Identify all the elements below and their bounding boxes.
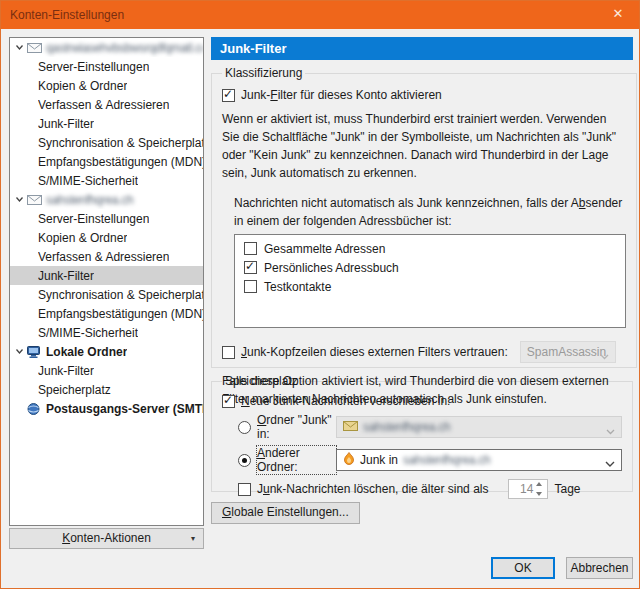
close-icon[interactable]: ✕: [597, 1, 639, 29]
spinner-arrows-icon[interactable]: [536, 482, 545, 496]
sidebar-item-label: Speicherplatz: [38, 383, 111, 397]
chevron-down-icon: [600, 349, 609, 363]
sidebar-item-5-synchronisation-speicherplatz[interactable]: Synchronisation & Speicherplatz: [10, 133, 203, 152]
mail-icon: [27, 193, 43, 206]
addressbook-row-pers-nliches-adressbuch[interactable]: Persönliches Adressbuch: [235, 258, 625, 277]
addressbook-checkbox[interactable]: [244, 280, 257, 293]
sidebar-item-label: Verfassen & Adressieren: [38, 98, 169, 112]
sidebar-item-label: sahstenfhqrea.ch: [46, 193, 133, 207]
panel-title: Junk-Filter: [211, 37, 633, 60]
sidebar-item-19-postausgangs-server-smtp[interactable]: Postausgangs-Server (SMTP): [10, 399, 203, 418]
spam-filter-select: SpamAssassin: [520, 341, 616, 363]
sidebar-item-18-speicherplatz[interactable]: Speicherplatz: [10, 380, 203, 399]
junk-folder-radio[interactable]: [238, 421, 251, 434]
trust-headers-label[interactable]: Junk-Kopfzeilen dieses externen Filters …: [241, 345, 508, 359]
storage-legend: Speicherplatz: [222, 374, 301, 388]
account-settings-dialog: Konten-Einstellungen ✕ qastrwiasehvbsbws…: [0, 0, 640, 589]
sidebar-item-2-kopien-ordner[interactable]: Kopien & Ordner: [10, 76, 203, 95]
chevron-expanded-icon[interactable]: [14, 194, 25, 205]
chevron-down-icon: [605, 457, 615, 471]
sidebar-item-label: Empfangsbestätigungen (MDN): [38, 155, 203, 169]
sidebar-item-label: Lokale Ordner: [46, 345, 127, 359]
junk-filter-panel: Junk-Filter Klassifizierung Junk-Filter …: [211, 37, 633, 524]
sidebar-item-label: Server-Einstellungen: [38, 60, 149, 74]
sidebar-item-12-junk-filter[interactable]: Junk-Filter: [10, 266, 203, 285]
sidebar-item-9-server-einstellungen[interactable]: Server-Einstellungen: [10, 209, 203, 228]
sidebar-item-15-s-mime-sicherheit[interactable]: S/MIME-Sicherheit: [10, 323, 203, 342]
sidebar-item-11-verfassen-adressieren[interactable]: Verfassen & Adressieren: [10, 247, 203, 266]
account-mail-icon: [343, 420, 358, 434]
sidebar-item-17-junk-filter[interactable]: Junk-Filter: [10, 361, 203, 380]
sidebar-item-label: Kopien & Ordner: [38, 231, 127, 245]
classification-legend: Klassifizierung: [222, 66, 305, 80]
other-folder-radio[interactable]: [238, 454, 251, 467]
sidebar-item-label: Server-Einstellungen: [38, 212, 149, 226]
sidebar-item-1-server-einstellungen[interactable]: Server-Einstellungen: [10, 57, 203, 76]
ok-button[interactable]: OK: [491, 557, 555, 579]
mail-icon: [27, 41, 43, 54]
sidebar-item-14-empfangsbest-tigungen-mdn[interactable]: Empfangsbestätigungen (MDN): [10, 304, 203, 323]
addressbook-listbox[interactable]: Gesammelte AdressenPersönliches Adressbu…: [234, 234, 626, 328]
addressbook-label[interactable]: Testkontakte: [264, 280, 331, 294]
sidebar-item-4-junk-filter[interactable]: Junk-Filter: [10, 114, 203, 133]
spam-filter-value: SpamAssassin: [527, 345, 606, 359]
junk-folder-radio-label[interactable]: Ordner "Junk" in:: [257, 413, 336, 441]
sidebar-item-label: Junk-Filter: [38, 269, 94, 283]
sidebar-item-label: S/MIME-Sicherheit: [38, 326, 138, 340]
sidebar-item-label: Postausgangs-Server (SMTP): [46, 402, 203, 416]
addressbook-checkbox[interactable]: [244, 242, 257, 255]
sidebar-item-16-lokale-ordner[interactable]: Lokale Ordner: [10, 342, 203, 361]
addressbook-row-gesammelte-adressen[interactable]: Gesammelte Adressen: [235, 239, 625, 258]
junk-flame-icon: [343, 452, 355, 468]
other-folder-select[interactable]: Junk in sahstenfhqrea.ch: [336, 449, 622, 471]
addressbook-label[interactable]: Gesammelte Adressen: [264, 242, 385, 256]
enable-junk-label[interactable]: Junk-Filter für dieses Konto aktivieren: [241, 88, 442, 102]
sidebar-item-label: Verfassen & Adressieren: [38, 250, 169, 264]
delete-days-unit: Tage: [554, 482, 580, 496]
account-actions-button[interactable]: Konten-Aktionen ▾: [9, 528, 204, 549]
sidebar-item-3-verfassen-adressieren[interactable]: Verfassen & Adressieren: [10, 95, 203, 114]
sidebar-item-6-empfangsbest-tigungen-mdn[interactable]: Empfangsbestätigungen (MDN): [10, 152, 203, 171]
sidebar-item-7-s-mime-sicherheit[interactable]: S/MIME-Sicherheit: [10, 171, 203, 190]
addressbook-label[interactable]: Persönliches Adressbuch: [264, 261, 399, 275]
whitelist-text: Nachrichten nicht automatisch als Junk k…: [234, 194, 626, 230]
global-settings-button[interactable]: Globale Einstellungen...: [211, 502, 360, 524]
sidebar-item-10-kopien-ordner[interactable]: Kopien & Ordner: [10, 228, 203, 247]
sidebar-item-8-sahstenfhqrea-ch[interactable]: sahstenfhqrea.ch: [10, 190, 203, 209]
sidebar-item-label: Junk-Filter: [38, 364, 94, 378]
trust-headers-checkbox[interactable]: [222, 346, 235, 359]
other-folder-radio-label[interactable]: Anderer Ordner:: [257, 446, 336, 474]
addressbook-checkbox[interactable]: [244, 261, 257, 274]
move-junk-label[interactable]: Neue Junk-Nachrichten verschieben in:: [241, 394, 450, 408]
enable-junk-checkbox[interactable]: [222, 89, 235, 102]
account-tree[interactable]: qastrwiasehvbsbwsrqdfqmatl.comServer-Ein…: [9, 37, 204, 526]
local-folders-icon: [27, 345, 43, 358]
sidebar-item-label: S/MIME-Sicherheit: [38, 174, 138, 188]
cancel-button[interactable]: Abbrechen: [566, 557, 633, 579]
training-text: Wenn er aktiviert ist, muss Thunderbird …: [222, 110, 626, 182]
caret-down-icon: ▾: [191, 529, 195, 548]
sidebar-item-label: Kopien & Ordner: [38, 79, 127, 93]
delete-days-value: 14: [520, 482, 533, 496]
delete-days-input[interactable]: 14: [508, 479, 548, 499]
junk-folder-select: sahstenfhqrea.ch: [336, 416, 622, 438]
sidebar-item-13-synchronisation-speicherplatz[interactable]: Synchronisation & Speicherplatz: [10, 285, 203, 304]
smtp-server-icon: [27, 402, 43, 415]
chevron-expanded-icon[interactable]: [14, 42, 25, 53]
sidebar-item-label: qastrwiasehvbsbwsrqdfqmatl.com: [46, 41, 203, 55]
chevron-expanded-icon[interactable]: [14, 346, 25, 357]
junk-folder-value: sahstenfhqrea.ch: [363, 420, 450, 434]
account-actions-label: Konten-Aktionen: [62, 531, 151, 545]
sidebar-item-label: Empfangsbestätigungen (MDN): [38, 307, 203, 321]
other-folder-value: sahstenfhqrea.ch: [403, 453, 490, 467]
delete-junk-checkbox[interactable]: [238, 483, 251, 496]
delete-junk-label[interactable]: Junk-Nachrichten löschen, die älter sind…: [257, 482, 488, 496]
addressbook-row-testkontakte[interactable]: Testkontakte: [235, 277, 625, 296]
titlebar: Konten-Einstellungen ✕: [1, 1, 639, 29]
other-folder-prefix: Junk in: [360, 453, 398, 467]
classification-groupbox: Klassifizierung Junk-Filter für dieses K…: [211, 66, 637, 368]
sidebar-item-label: Synchronisation & Speicherplatz: [38, 136, 203, 150]
move-junk-checkbox[interactable]: [222, 395, 235, 408]
sidebar-item-label: Synchronisation & Speicherplatz: [38, 288, 203, 302]
sidebar-item-0-qastrwiasehvbsbwsrqdfqmatl-com[interactable]: qastrwiasehvbsbwsrqdfqmatl.com: [10, 38, 203, 57]
